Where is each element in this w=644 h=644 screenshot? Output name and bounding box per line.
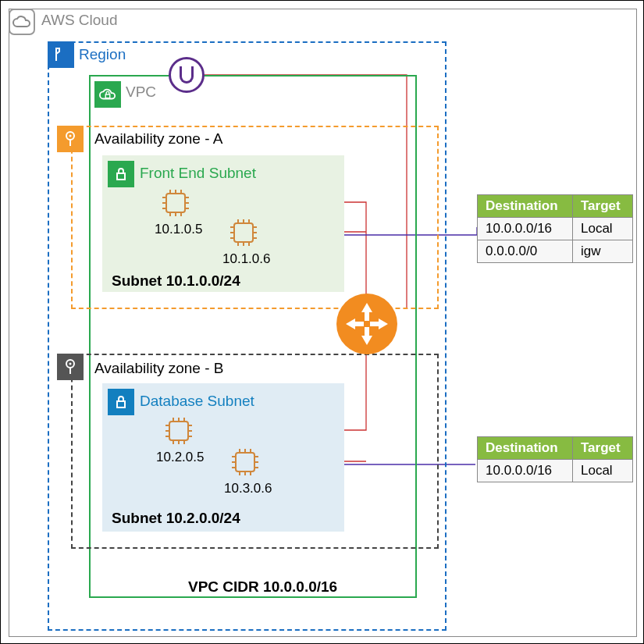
instance-icon	[161, 188, 190, 218]
region-icon	[48, 41, 74, 68]
vpc-label: VPC	[126, 84, 156, 101]
az-b-icon	[57, 354, 84, 380]
aws-cloud-label: AWS Cloud	[41, 12, 118, 29]
svg-point-2	[69, 135, 72, 137]
vpc-icon	[94, 81, 121, 108]
frontend-subnet-icon	[108, 161, 134, 187]
az-b-label: Availability zone - B	[94, 360, 223, 377]
diagram-canvas: AWS Cloud Region VPC VPC CIDR 10.0.0.0/1…	[0, 0, 644, 644]
route-table-public: Destination Target 10.0.0.0/16 Local 0.0…	[477, 194, 633, 263]
table-row: 0.0.0.0/0 igw	[478, 240, 633, 263]
region-label: Region	[79, 46, 126, 63]
svg-rect-32	[117, 401, 125, 407]
aws-cloud-icon	[9, 9, 35, 35]
database-subnet-label: Database Subnet	[140, 393, 254, 410]
instance-ip: 10.3.0.6	[224, 481, 272, 496]
internet-gateway-icon	[169, 57, 205, 93]
svg-rect-3	[117, 173, 125, 180]
instance-icon	[164, 416, 194, 446]
frontend-subnet-label: Front End Subnet	[140, 165, 256, 182]
database-subnet-icon	[108, 389, 134, 415]
svg-rect-17	[234, 223, 253, 242]
svg-rect-4	[166, 194, 185, 212]
instance-icon	[229, 218, 258, 247]
az-a-label: Availability zone - A	[94, 130, 222, 148]
router-icon	[336, 294, 397, 354]
svg-marker-59	[361, 303, 372, 321]
svg-point-31	[69, 363, 72, 365]
table-row: 10.0.0.0/16 Local	[478, 460, 633, 482]
svg-marker-60	[361, 327, 372, 345]
instance-ip: 10.1.0.6	[222, 251, 270, 267]
svg-marker-62	[370, 318, 388, 329]
instance-icon	[230, 447, 260, 477]
table-header: Destination	[478, 437, 573, 460]
route-table-private: Destination Target 10.0.0.0/16 Local	[477, 436, 633, 482]
table-header: Target	[572, 437, 632, 460]
instance-ip: 10.1.0.5	[155, 222, 202, 237]
database-subnet-cidr: Subnet 10.2.0.0/24	[112, 510, 240, 527]
svg-rect-46	[236, 453, 254, 471]
az-a-icon	[57, 126, 84, 152]
table-row: 10.0.0.0/16 Local	[478, 218, 633, 240]
svg-rect-0	[105, 94, 110, 98]
svg-marker-61	[346, 318, 364, 329]
frontend-subnet-cidr: Subnet 10.1.0.0/24	[112, 272, 240, 290]
svg-rect-33	[169, 422, 188, 440]
vpc-cidr-label: VPC CIDR 10.0.0.0/16	[188, 578, 337, 596]
table-header: Destination	[478, 195, 573, 218]
instance-ip: 10.2.0.5	[156, 450, 204, 465]
table-header: Target	[572, 195, 632, 218]
